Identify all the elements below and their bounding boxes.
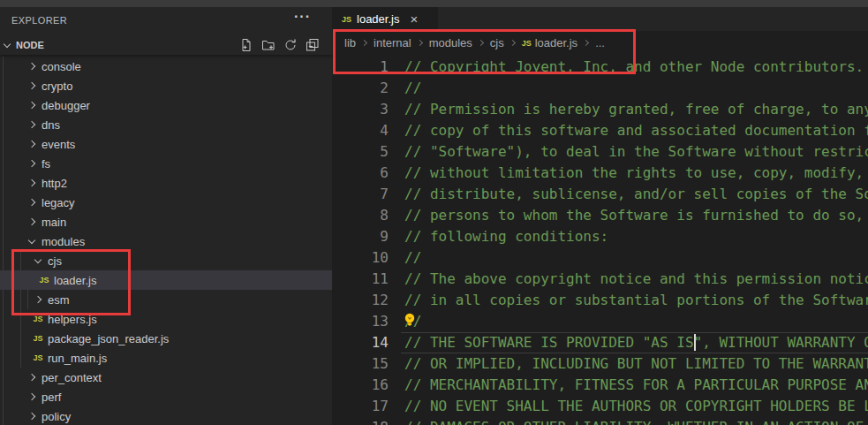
line-number[interactable]: 16: [332, 375, 389, 396]
new-folder-icon[interactable]: [261, 38, 275, 52]
tree-item-dns[interactable]: dns: [0, 115, 332, 134]
code-line-12[interactable]: 12// in all copies or substantial portio…: [332, 290, 868, 311]
tree-item-label: esm: [48, 293, 70, 307]
tree-item-legacy[interactable]: legacy: [0, 193, 332, 212]
tab-loader-js[interactable]: JS loader.js ×: [332, 7, 438, 31]
line-text: // persons to whom the Software is furni…: [389, 205, 868, 226]
js-file-icon: JS: [33, 315, 42, 323]
line-number[interactable]: 5: [332, 141, 389, 163]
line-number[interactable]: 2: [332, 78, 389, 99]
tree-item-http2[interactable]: http2: [0, 173, 332, 193]
code-line-14[interactable]: 14// THE SOFTWARE IS PROVIDED "AS IS", W…: [332, 332, 868, 353]
collapse-all-icon[interactable]: [306, 38, 320, 52]
file-tree: consolecryptodebuggerdnseventsfshttp2leg…: [0, 57, 332, 425]
line-number[interactable]: 6: [332, 163, 389, 184]
line-number[interactable]: 17: [332, 396, 389, 417]
code-line-7[interactable]: 7// distribute, sublicense, and/or sell …: [332, 184, 868, 205]
tree-item-fs[interactable]: fs: [0, 154, 332, 173]
node-section-title: NODE: [16, 40, 44, 50]
line-number[interactable]: 12: [332, 290, 389, 311]
chevron-right-icon: [478, 40, 484, 46]
code-line-15[interactable]: 15// OR IMPLIED, INCLUDING BUT NOT LIMIT…: [332, 353, 868, 375]
line-text: // following conditions:: [389, 226, 608, 247]
tree-item-debugger[interactable]: debugger: [0, 95, 332, 115]
line-number[interactable]: 4: [332, 120, 389, 141]
tree-item-events[interactable]: events: [0, 134, 332, 154]
code-line-5[interactable]: 5// "Software"), to deal in the Software…: [332, 141, 868, 163]
tree-item-run-main-js[interactable]: JSrun_main.js: [0, 348, 332, 368]
tree-item-package-json-reader-js[interactable]: JSpackage_json_reader.js: [0, 329, 332, 348]
tree-item-per-context[interactable]: per_context: [0, 368, 332, 387]
line-number[interactable]: 14: [332, 332, 389, 353]
tree-item-label: events: [42, 138, 75, 151]
close-icon[interactable]: ×: [410, 12, 418, 26]
breadcrumb-item-lib[interactable]: lib: [344, 36, 356, 49]
line-text: // "Software"), to deal in the Software …: [389, 141, 868, 163]
title-bar: [0, 0, 868, 7]
chevron-down-icon: [28, 236, 35, 243]
line-number[interactable]: 3: [332, 99, 389, 120]
code-editor[interactable]: 1// Copyright Joyent, Inc. and other Nod…: [332, 57, 868, 425]
line-text: // MERCHANTABILITY, FITNESS FOR A PARTIC…: [389, 375, 868, 396]
line-number[interactable]: 7: [332, 184, 389, 205]
chevron-right-icon: [509, 40, 516, 46]
explorer-sidebar: EXPLORER ··· NODE: [0, 7, 332, 425]
tree-item-perf[interactable]: perf: [0, 387, 332, 406]
line-number[interactable]: 10: [332, 247, 389, 269]
tree-item-label: debugger: [42, 99, 90, 112]
code-line-8[interactable]: 8// persons to whom the Software is furn…: [332, 205, 868, 226]
tree-item-cjs[interactable]: cjs: [0, 251, 332, 270]
tree-item-console[interactable]: console: [0, 57, 332, 76]
code-line-17[interactable]: 17// NO EVENT SHALL THE AUTHORS OR COPYR…: [332, 396, 868, 417]
more-actions-icon[interactable]: ···: [294, 9, 311, 25]
lightbulb-icon[interactable]: [403, 312, 417, 330]
tree-item-label: policy: [42, 410, 71, 423]
tree-item-crypto[interactable]: crypto: [0, 76, 332, 95]
breadcrumb-label: cjs: [490, 36, 504, 49]
code-line-18[interactable]: 18// DAMAGES OR OTHER LIABILITY, WHETHER…: [332, 417, 868, 425]
line-number[interactable]: 1: [332, 57, 389, 78]
code-line-11[interactable]: 11// The above copyright notice and this…: [332, 269, 868, 290]
code-line-9[interactable]: 9// following conditions:: [332, 226, 868, 247]
tree-item-loader-js[interactable]: JSloader.js: [0, 270, 332, 290]
tree-item-main[interactable]: main: [0, 212, 332, 231]
breadcrumb-item-loader-js[interactable]: JSloader.js: [522, 36, 577, 49]
tree-item-label: console: [42, 60, 81, 73]
tree-item-modules[interactable]: modules: [0, 231, 332, 251]
code-line-1[interactable]: 1// Copyright Joyent, Inc. and other Nod…: [332, 57, 868, 78]
code-line-4[interactable]: 4// copy of this software and associated…: [332, 120, 868, 141]
line-number[interactable]: 15: [332, 353, 389, 375]
tree-item-esm[interactable]: esm: [0, 290, 332, 309]
line-number[interactable]: 11: [332, 269, 389, 290]
text-cursor: [694, 334, 696, 351]
chevron-right-icon: [28, 160, 35, 167]
line-text: //: [389, 247, 421, 269]
breadcrumb-item-internal[interactable]: internal: [374, 36, 411, 49]
line-number[interactable]: 13: [332, 311, 389, 332]
breadcrumb-item-modules[interactable]: modules: [429, 36, 472, 49]
chevron-right-icon: [34, 296, 42, 303]
chevron-right-icon: [417, 40, 423, 46]
tree-item-helpers-js[interactable]: JShelpers.js: [0, 309, 332, 329]
js-file-icon: JS: [342, 15, 351, 24]
chevron-down-icon: [34, 255, 42, 262]
new-file-icon[interactable]: [239, 38, 253, 52]
line-number[interactable]: 8: [332, 205, 389, 226]
code-line-2[interactable]: 2//: [332, 78, 868, 99]
refresh-icon[interactable]: [283, 38, 298, 52]
code-line-16[interactable]: 16// MERCHANTABILITY, FITNESS FOR A PART…: [332, 375, 868, 396]
tree-item-label: modules: [42, 235, 85, 248]
chevron-right-icon: [28, 82, 35, 89]
chevron-right-icon: [28, 179, 35, 186]
tree-item-policy[interactable]: policy: [0, 406, 332, 425]
breadcrumb: libinternalmodulescjsJSloader.js...: [332, 31, 868, 55]
line-number[interactable]: 9: [332, 226, 389, 247]
tree-item-label: loader.js: [54, 274, 96, 287]
line-number[interactable]: 18: [332, 417, 389, 425]
node-section-header[interactable]: NODE: [0, 35, 332, 55]
breadcrumb-item-[interactable]: ...: [595, 36, 605, 49]
code-line-6[interactable]: 6// without limitation the rights to use…: [332, 163, 868, 184]
code-line-10[interactable]: 10//: [332, 247, 868, 269]
breadcrumb-item-cjs[interactable]: cjs: [490, 36, 504, 49]
code-line-3[interactable]: 3// Permission is hereby granted, free o…: [332, 99, 868, 120]
